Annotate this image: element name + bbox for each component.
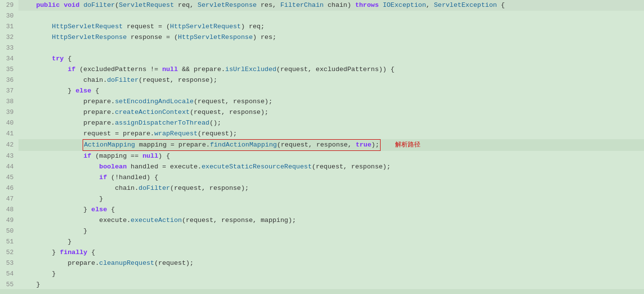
line-number: 42 — [0, 139, 18, 151]
line-code: HttpServletResponse response = (HttpServ… — [18, 32, 644, 43]
line-number: 45 — [0, 172, 18, 183]
line-code: } finally { — [18, 247, 644, 258]
code-table: 29 public void doFilter(ServletRequest r… — [0, 0, 644, 290]
line-number: 33 — [0, 43, 18, 54]
line-number: 34 — [0, 54, 18, 64]
line-number: 46 — [0, 183, 18, 194]
line-code: prepare.cleanupRequest(request); — [18, 258, 644, 269]
table-row: 41 request = prepare.wrapRequest(request… — [0, 129, 644, 139]
side-note: 解析路径 — [395, 141, 420, 148]
line-code — [18, 43, 644, 54]
line-code: prepare.setEncodingAndLocale(request, re… — [18, 96, 644, 107]
table-row: 47 } — [0, 194, 644, 204]
table-row: 38 prepare.setEncodingAndLocale(request,… — [0, 96, 644, 107]
table-row: 30 — [0, 11, 644, 21]
line-code: chain.doFilter(request, response); — [18, 183, 644, 194]
table-row: 53 prepare.cleanupRequest(request); — [0, 258, 644, 269]
table-row: 50 } — [0, 226, 644, 237]
line-number: 55 — [0, 279, 18, 290]
line-code: if (mapping == null) { — [18, 151, 644, 162]
line-number: 50 — [0, 226, 18, 237]
table-row: 39 prepare.createActionContext(request, … — [0, 107, 644, 118]
table-row: 52 } finally { — [0, 247, 644, 258]
table-row: 31 HttpServletRequest request = (HttpSer… — [0, 21, 644, 32]
line-number: 30 — [0, 11, 18, 21]
table-row: 42 ActionMapping mapping = prepare.findA… — [0, 139, 644, 151]
line-code: if (excludedPatterns != null && prepare.… — [18, 64, 644, 75]
line-code: public void doFilter(ServletRequest req,… — [18, 0, 644, 11]
table-row: 37 } else { — [0, 86, 644, 96]
line-number: 47 — [0, 194, 18, 204]
table-row: 33 — [0, 43, 644, 54]
table-row: 32 HttpServletResponse response = (HttpS… — [0, 32, 644, 43]
table-row: 45 if (!handled) { — [0, 172, 644, 183]
line-code: } — [18, 237, 644, 247]
table-row: 55 } — [0, 279, 644, 290]
line-number: 53 — [0, 258, 18, 269]
line-number: 52 — [0, 247, 18, 258]
table-row: 49 execute.executeAction(request, respon… — [0, 215, 644, 226]
line-code — [18, 11, 644, 21]
table-row: 48 } else { — [0, 204, 644, 215]
line-code: boolean handled = execute.executeStaticR… — [18, 162, 644, 172]
line-code: HttpServletRequest request = (HttpServle… — [18, 21, 644, 32]
line-code: ActionMapping mapping = prepare.findActi… — [18, 139, 644, 151]
line-code: } else { — [18, 86, 644, 96]
line-code: if (!handled) { — [18, 172, 644, 183]
line-code: prepare.assignDispatcherToThread(); — [18, 118, 644, 129]
line-code: try { — [18, 54, 644, 64]
line-number: 49 — [0, 215, 18, 226]
line-number: 31 — [0, 21, 18, 32]
table-row: 34 try { — [0, 54, 644, 64]
table-row: 29 public void doFilter(ServletRequest r… — [0, 0, 644, 11]
line-number: 39 — [0, 107, 18, 118]
line-number: 36 — [0, 75, 18, 86]
line-code: } — [18, 279, 644, 290]
line-number: 51 — [0, 237, 18, 247]
line-code: } — [18, 269, 644, 279]
line-number: 48 — [0, 204, 18, 215]
line-code: chain.doFilter(request, response); — [18, 75, 644, 86]
line-number: 38 — [0, 96, 18, 107]
line-code: } — [18, 226, 644, 237]
line-number: 43 — [0, 151, 18, 162]
table-row: 40 prepare.assignDispatcherToThread(); — [0, 118, 644, 129]
line-code: prepare.createActionContext(request, res… — [18, 107, 644, 118]
line-number: 32 — [0, 32, 18, 43]
line-number: 54 — [0, 269, 18, 279]
line-number: 44 — [0, 162, 18, 172]
code-viewer: 29 public void doFilter(ServletRequest r… — [0, 0, 644, 294]
line-code: } — [18, 194, 644, 204]
line-number: 41 — [0, 129, 18, 139]
table-row: 36 chain.doFilter(request, response); — [0, 75, 644, 86]
line-number: 29 — [0, 0, 18, 11]
horizontal-scrollbar[interactable] — [0, 289, 644, 294]
line-code: execute.executeAction(request, response,… — [18, 215, 644, 226]
table-row: 51 } — [0, 237, 644, 247]
table-row: 46 chain.doFilter(request, response); — [0, 183, 644, 194]
table-row: 43 if (mapping == null) { — [0, 151, 644, 162]
line-number: 37 — [0, 86, 18, 96]
table-row: 54 } — [0, 269, 644, 279]
line-code: } else { — [18, 204, 644, 215]
table-row: 35 if (excludedPatterns != null && prepa… — [0, 64, 644, 75]
table-row: 44 boolean handled = execute.executeStat… — [0, 162, 644, 172]
line-code: request = prepare.wrapRequest(request); — [18, 129, 644, 139]
line-number: 40 — [0, 118, 18, 129]
line-number: 35 — [0, 64, 18, 75]
